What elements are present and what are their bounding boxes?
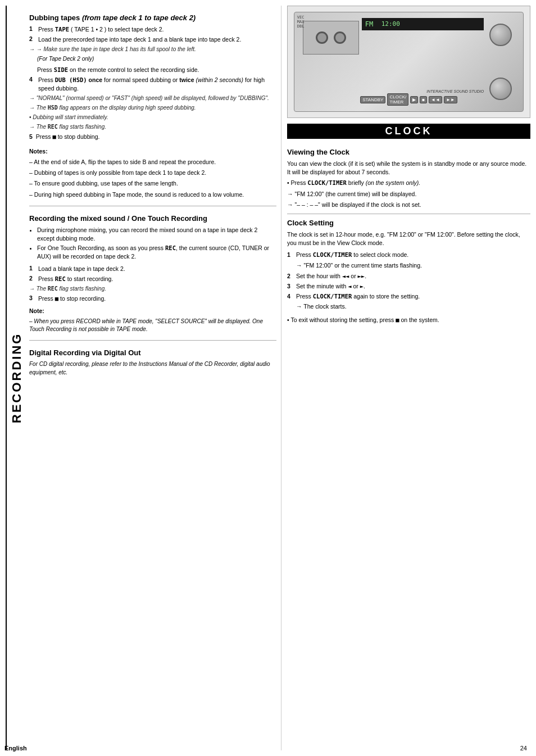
dubbing-step1: 1 Press TAPE ( TAPE 1 • 2 ) to select ta… [29,25,276,34]
dub-note2: → The HSD flag appears on the display du… [29,104,276,112]
section-divider-2 [29,340,276,341]
main-content: RECORDING Dubbing tapes (from tape deck … [6,6,530,750]
device-mockup: FM 12:00 VECMAXDBL STANDBY CLOCK/TIMER [294,12,524,112]
ctrl-play: ▶ [410,96,418,103]
display-text: FM [365,20,381,28]
device-image: FM 12:00 VECMAXDBL STANDBY CLOCK/TIMER [287,6,530,118]
page-number: 24 [520,745,527,752]
device-knob-volume [489,24,512,46]
dub-step5: 5 Press ■ to stop dubbing. [29,133,276,141]
otr-step1: 1 Load a blank tape in tape deck 2. [29,265,276,273]
section-divider-1 [29,206,276,206]
digital-note: For CD digital recording, please refer t… [29,360,276,377]
ctrl-ff: ►► [444,96,457,103]
one-touch-title: Recording the mixed sound / One Touch Re… [29,214,276,224]
left-column: RECORDING Dubbing tapes (from tape deck … [6,6,281,750]
device-labels: VECMAXDBL [297,15,305,29]
dubbing-step2: 2 Load the prerecorded tape into tape de… [29,35,276,44]
viewing-clock-text: You can view the clock (if it is set) wh… [287,160,530,176]
one-touch-bullets: During microphone mixing, you can record… [29,226,276,262]
viewing-clock-title: Viewing the Clock [287,148,530,157]
ctrl-stop: ■ [420,96,427,103]
tape-deck-area [303,21,359,55]
digital-title: Digital Recording via Digital Out [29,348,276,358]
cs-step4-arrow: → The clock starts. [287,302,530,311]
cs-step2: 2 Set the hour with ◄◄ or ►►. [287,272,530,280]
otr-step2: 2 Press REC to start recording. [29,275,276,283]
right-column: FM 12:00 VECMAXDBL STANDBY CLOCK/TIMER [281,6,530,750]
dub-note1: → "NORMAL" (normal speed) or "FAST" (hig… [29,94,276,102]
otr-rec-note: → The REC flag starts flashing. [29,285,276,293]
tape-reel-right [334,31,346,44]
tape-reel-left [316,31,328,44]
cs-exit-note: • To exit without storing the setting, p… [287,316,530,324]
viewing-arrow2: → "– – : – –" will be displayed if the c… [287,201,530,209]
step3-label: (For Tape Deck 2 only) [37,55,276,64]
cs-step4: 4 Press CLOCK/TIMER again to store the s… [287,292,530,301]
cs-step3: 3 Set the minute with ◄ or ►. [287,282,530,291]
otr-note-label: Note: [29,307,276,315]
recording-section-title: RECORDING [6,6,24,750]
ctrl-standby: STANDBY [360,96,385,103]
page: RECORDING Dubbing tapes (from tape deck … [0,0,536,756]
otr-step3: 3 Press ■ to stop recording. [29,295,276,303]
device-controls-row: STANDBY CLOCK/TIMER ▶ ■ ◄◄ ►► [300,93,517,106]
step3-text: Press SIDE on the remote control to sele… [37,66,276,74]
otr-note-text: – When you press RECORD while in TAPE mo… [29,318,276,333]
step2-note: → Make sure the tape in tape deck 1 has … [29,46,276,53]
clock-content: Viewing the Clock You can view the clock… [287,143,530,327]
clock-setting-intro: The clock is set in 12-hour mode, e.g. "… [287,230,530,247]
device-display: FM 12:00 [362,18,484,30]
ctrl-clock: CLOCK/TIMER [387,93,408,106]
dubbing-step4: 4 Press DUB (HSD) once for normal speed … [29,76,276,93]
dubbing-notes: Notes: – At the end of side A, flip the … [29,147,276,201]
left-content-area: Dubbing tapes (from tape deck 1 to tape … [24,6,281,750]
cs-step1: 1 Press CLOCK/TIMER to select clock mode… [287,251,530,259]
language-label: English [4,745,27,752]
dubbing-title: Dubbing tapes (from tape deck 1 to tape … [29,13,276,23]
viewing-arrow1: → "FM 12:00" (the current time) will be … [287,190,530,198]
ctrl-rew: ◄◄ [429,96,442,103]
dub-note3: • Dubbing will start immediately. [29,114,276,121]
cs-step1-arrow: → "FM 12:00" or the current time starts … [287,261,530,270]
clock-section-divider [287,214,530,214]
clock-setting-title: Clock Setting [287,219,530,228]
dub-note4: → The REC flag starts flashing. [29,123,276,131]
device-brand: INTERACTIVE SOUND STUDIO [426,89,484,93]
viewing-clock-bullet: • Press CLOCK/TIMER briefly (on the syst… [287,179,530,187]
clock-title: CLOCK [287,124,530,139]
